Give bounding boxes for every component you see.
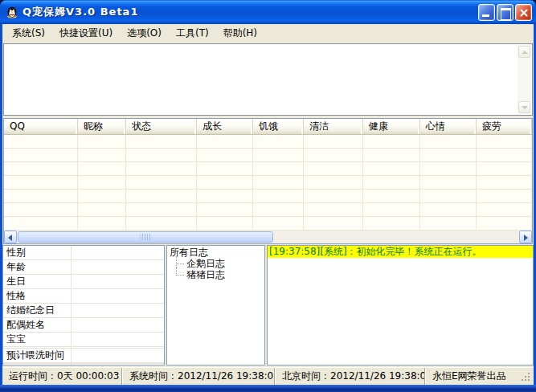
column-header-4[interactable]: 饥饿 <box>253 119 304 134</box>
table-cell <box>197 176 253 189</box>
menu-item-1[interactable]: 快捷设置(U) <box>52 23 120 43</box>
table-row <box>4 203 532 217</box>
info-row-4: 结婚纪念日 <box>3 304 164 318</box>
table-cell <box>78 176 126 189</box>
minimize-button[interactable] <box>478 4 495 21</box>
scroll-up-button[interactable] <box>518 46 530 58</box>
table-cell <box>304 203 363 216</box>
horizontal-scrollbar[interactable] <box>4 231 532 243</box>
window-controls <box>477 4 532 21</box>
log-tree: 所有日志 企鹅日志猪猪日志 <box>166 245 265 365</box>
chevron-left-icon <box>8 235 12 241</box>
scroll-right-button[interactable] <box>519 231 532 243</box>
close-button[interactable] <box>515 4 532 21</box>
menu-bar: 系统(S)快捷设置(U)选项(O)工具(T)帮助(H) <box>2 24 534 43</box>
table-cell <box>197 190 253 202</box>
info-label: 年龄 <box>6 260 26 274</box>
table-cell <box>363 190 420 202</box>
table-row <box>4 162 532 176</box>
table-cell <box>304 217 363 230</box>
table-cell <box>420 162 477 175</box>
info-label: 性格 <box>6 289 26 303</box>
info-row-6: 宝宝 <box>3 333 164 347</box>
info-label: 性别 <box>6 246 26 259</box>
table-cell <box>363 149 420 161</box>
menu-item-2[interactable]: 选项(O) <box>120 23 169 43</box>
table-row <box>4 190 532 203</box>
table-cell <box>4 190 78 202</box>
table-cell <box>126 176 197 189</box>
table-cell <box>363 176 420 189</box>
table-cell <box>253 203 304 216</box>
table-cell <box>4 162 78 175</box>
table-cell <box>363 135 420 148</box>
column-header-8[interactable]: 疲劳 <box>477 119 532 134</box>
table-cell <box>477 135 532 148</box>
info-row-8: 预计喂洗时间 <box>3 349 164 363</box>
table-cell <box>304 135 363 148</box>
scrollbar-thumb[interactable] <box>18 231 273 243</box>
table-cell <box>4 217 78 230</box>
bottom-panels: 性别年龄生日性格结婚纪念日配偶姓名宝宝预计喂洗时间 所有日志 企鹅日志猪猪日志 … <box>2 245 534 365</box>
maximize-button[interactable] <box>497 4 513 21</box>
table-cell <box>197 149 253 161</box>
scroll-down-button[interactable] <box>518 101 530 113</box>
table-cell <box>477 149 532 161</box>
status-panel-0: 运行时间：0天 00:00:03 <box>2 368 122 385</box>
table-cell <box>197 203 253 216</box>
table-cell <box>126 135 197 148</box>
table-cell <box>363 162 420 175</box>
pet-table-header: QQ昵称状态成长饥饿清洁健康心情疲劳 <box>4 119 532 135</box>
column-header-5[interactable]: 清洁 <box>304 119 363 134</box>
table-cell <box>126 203 197 216</box>
table-cell <box>126 149 197 161</box>
vertical-scrollbar[interactable] <box>518 45 531 114</box>
table-cell <box>253 149 304 161</box>
table-cell <box>78 135 126 148</box>
table-cell <box>253 190 304 202</box>
menu-item-0[interactable]: 系统(S) <box>5 23 52 43</box>
log-entry-0[interactable]: [19:37:58][系统]：初始化完毕！系统正在运行。 <box>268 246 533 258</box>
info-label: 结婚纪念日 <box>6 304 55 317</box>
column-header-1[interactable]: 昵称 <box>78 119 126 134</box>
title-bar: Q宠保姆V3.0 Beta1 <box>0 0 536 24</box>
pet-table-body <box>4 135 532 231</box>
info-row-5: 配偶姓名 <box>3 318 164 333</box>
tree-item-1[interactable]: 猪猪日志 <box>170 269 264 280</box>
app-icon[interactable] <box>6 6 18 18</box>
table-cell <box>304 176 363 189</box>
column-header-0[interactable]: QQ <box>4 119 78 134</box>
table-row <box>4 135 532 149</box>
window-frame-bottom <box>0 385 536 392</box>
column-header-2[interactable]: 状态 <box>126 119 197 134</box>
table-cell <box>78 149 126 161</box>
penguin-icon <box>6 6 18 18</box>
info-label: 宝宝 <box>6 333 26 346</box>
menu-item-3[interactable]: 工具(T) <box>169 23 216 43</box>
info-row-10 <box>3 364 164 365</box>
table-cell <box>420 190 477 202</box>
table-row <box>4 149 532 162</box>
scrollbar-track[interactable] <box>273 231 519 243</box>
scroll-left-button[interactable] <box>4 231 17 243</box>
table-cell <box>477 162 532 175</box>
info-row-0: 性别 <box>3 246 164 260</box>
column-header-6[interactable]: 健康 <box>363 119 420 134</box>
info-label: 预计喂洗时间 <box>6 349 64 362</box>
table-cell <box>4 176 78 189</box>
status-bar: 运行时间：0天 00:00:03系统时间：2012/11/26 19:38:01… <box>2 367 534 385</box>
column-header-3[interactable]: 成长 <box>197 119 253 134</box>
table-cell <box>304 190 363 202</box>
status-panel-2: 北京时间：2012/11/26 19:38:01 <box>275 368 425 385</box>
chevron-right-icon <box>524 235 528 241</box>
table-cell <box>420 149 477 161</box>
info-row-2: 生日 <box>3 275 164 289</box>
table-cell <box>253 176 304 189</box>
table-cell <box>78 217 126 230</box>
table-cell <box>126 190 197 202</box>
menu-item-4[interactable]: 帮助(H) <box>216 23 264 43</box>
resize-grip[interactable] <box>522 373 531 382</box>
column-header-7[interactable]: 心情 <box>420 119 477 134</box>
table-cell <box>477 190 532 202</box>
table-cell <box>253 135 304 148</box>
